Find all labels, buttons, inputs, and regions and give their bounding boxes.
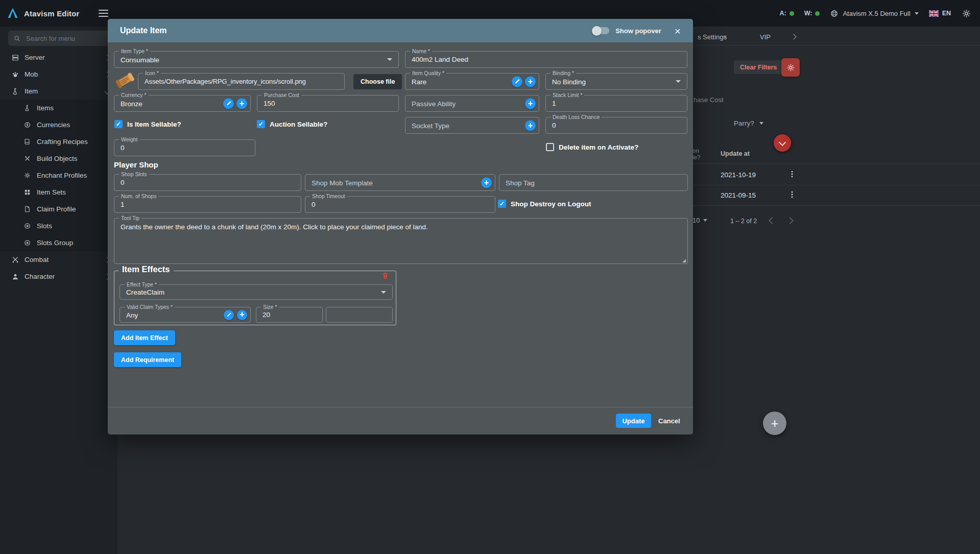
- shop-slots-input[interactable]: [114, 175, 301, 190]
- add-valid-claim-types-button[interactable]: [237, 310, 247, 320]
- row-menu-kebab-icon[interactable]: [787, 190, 797, 199]
- player-shop-section-title: Player Shop: [114, 160, 158, 169]
- sidebar-item-slots-group[interactable]: Slots Group: [0, 234, 117, 251]
- num-of-shops-field[interactable]: Num. of Shops: [114, 196, 301, 213]
- search-input[interactable]: [25, 34, 107, 43]
- sidebar-item-enchant-profiles[interactable]: Enchant Profiles: [0, 167, 117, 184]
- binding-select[interactable]: Binding * No Binding: [545, 73, 687, 90]
- world-status-dot: [815, 11, 820, 16]
- add-shop-mob-template-button[interactable]: [481, 177, 492, 188]
- page-size-select[interactable]: 10: [692, 216, 707, 224]
- recipes-book-icon: [23, 138, 31, 146]
- add-socket-type-button[interactable]: [525, 120, 536, 131]
- checkbox-checked-icon: [498, 200, 506, 208]
- delete-on-activate-checkbox[interactable]: Delete item on Activate?: [546, 143, 638, 151]
- edit-item-quality-button[interactable]: [512, 76, 522, 87]
- stack-limit-input[interactable]: [546, 95, 687, 111]
- item-type-select[interactable]: Item Type * Consumable: [114, 51, 399, 68]
- weight-input[interactable]: [114, 140, 255, 156]
- tab-vip[interactable]: VIP: [760, 33, 771, 41]
- shop-mob-template-field[interactable]: Shop Mob Template: [305, 174, 495, 191]
- language-select[interactable]: EN: [929, 10, 951, 17]
- num-of-shops-input[interactable]: [114, 197, 301, 212]
- auth-status-label: A:: [779, 10, 786, 17]
- currency-field[interactable]: Currency * Bronze: [114, 95, 251, 112]
- row-menu-kebab-icon[interactable]: [787, 170, 797, 179]
- sidebar-item-character[interactable]: Character: [0, 268, 117, 285]
- add-item-effect-button[interactable]: Add Item Effect: [114, 330, 175, 345]
- sidebar-search[interactable]: [8, 31, 112, 46]
- choose-file-button[interactable]: Choose file: [353, 74, 402, 89]
- sidebar-item-currencies[interactable]: Currencies: [0, 116, 117, 133]
- edit-currency-button[interactable]: [223, 98, 234, 109]
- clear-filters-button[interactable]: Clear Filters: [734, 60, 783, 74]
- previous-page-icon[interactable]: [769, 217, 776, 224]
- name-field[interactable]: Name *: [405, 51, 687, 68]
- add-currency-button[interactable]: [236, 98, 247, 109]
- update-button[interactable]: Update: [616, 414, 651, 428]
- is-item-sellable-checkbox[interactable]: Is Item Sellable?: [114, 120, 181, 128]
- shop-slots-field[interactable]: Shop Slots: [114, 174, 301, 191]
- size-field[interactable]: Size *: [256, 307, 323, 323]
- item-quality-field[interactable]: Item Quality * Rare: [405, 73, 539, 90]
- delete-effect-trash-icon[interactable]: [381, 271, 390, 280]
- claim-document-icon: [23, 205, 31, 213]
- sidebar-item-crafting-recipes[interactable]: Crafting Recipes: [0, 133, 117, 150]
- purchase-cost-field[interactable]: Purchase Cost: [257, 95, 399, 112]
- item-submenu: Items Currencies Crafting Recipes Build …: [0, 100, 117, 251]
- add-requirement-button[interactable]: Add Requirement: [114, 352, 181, 367]
- valid-claim-types-field[interactable]: Valid Claim Types * Any: [119, 307, 251, 323]
- socket-type-field[interactable]: Socket Type: [405, 117, 539, 134]
- expand-filters-button[interactable]: [774, 134, 791, 152]
- atavism-logo-icon: [6, 7, 19, 20]
- add-item-quality-button[interactable]: [525, 76, 536, 87]
- combat-swords-icon: [11, 256, 19, 264]
- tool-tip-textarea[interactable]: Grants the owner the deed to a chunk of …: [114, 219, 687, 263]
- parry-filter-select[interactable]: Parry?: [734, 119, 763, 127]
- shop-timeout-field[interactable]: Shop Timeout: [305, 196, 495, 213]
- shop-tag-field[interactable]: Shop Tag: [499, 174, 688, 191]
- sidebar-item-claim-profile[interactable]: Claim Profile: [0, 201, 117, 218]
- tab-scroll-right-icon[interactable]: [791, 34, 796, 39]
- settings-gear-icon[interactable]: [961, 8, 972, 19]
- death-loss-chance-field[interactable]: Death Loss Chance: [545, 117, 687, 134]
- sidebar-item-item[interactable]: Item: [0, 83, 117, 100]
- shop-timeout-input[interactable]: [305, 197, 495, 212]
- name-input[interactable]: [405, 52, 687, 67]
- icon-path-input[interactable]: [138, 74, 344, 89]
- death-loss-chance-input[interactable]: [546, 117, 687, 133]
- weight-field[interactable]: Weight: [114, 139, 255, 156]
- enchant-gear-icon: [23, 172, 31, 179]
- next-page-icon[interactable]: [786, 217, 794, 224]
- cancel-button[interactable]: Cancel: [655, 414, 683, 428]
- add-passive-ability-button[interactable]: [525, 98, 536, 109]
- effect-extra-field[interactable]: [326, 307, 393, 323]
- close-icon[interactable]: [675, 26, 681, 36]
- edit-valid-claim-types-button[interactable]: [224, 310, 234, 320]
- tab-settings[interactable]: s Settings: [698, 33, 727, 41]
- sidebar-item-item-sets[interactable]: Item Sets: [0, 184, 117, 201]
- sidebar-item-slots[interactable]: Slots: [0, 218, 117, 234]
- sidebar-item-mob[interactable]: Mob: [0, 66, 117, 83]
- shop-destroy-on-logout-checkbox[interactable]: Shop Destroy on Logout: [498, 200, 591, 208]
- sidebar-item-build-objects[interactable]: Build Objects: [0, 150, 117, 167]
- menu-toggle-button[interactable]: [99, 10, 108, 19]
- world-select[interactable]: Atavism X.5 Demo Full: [830, 9, 918, 18]
- auction-sellable-checkbox[interactable]: Auction Sellable?: [257, 120, 327, 128]
- sidebar-item-server[interactable]: Server: [0, 49, 117, 66]
- filter-settings-button[interactable]: [781, 58, 800, 77]
- tab-close-icon[interactable]: ×: [723, 33, 727, 41]
- icon-path-field[interactable]: Icon *: [138, 73, 345, 90]
- pencil-icon: [226, 312, 232, 318]
- stack-limit-field[interactable]: Stack Limit *: [545, 95, 687, 112]
- sidebar-item-combat[interactable]: Combat: [0, 251, 117, 268]
- column-header-update-at[interactable]: Update at: [721, 150, 750, 157]
- item-icon-preview: [114, 70, 136, 91]
- show-popover-toggle[interactable]: [593, 27, 609, 34]
- passive-ability-field[interactable]: Passive Ability: [405, 95, 539, 112]
- sidebar-item-items[interactable]: Items: [0, 100, 117, 116]
- purchase-cost-input[interactable]: [257, 95, 398, 111]
- size-input[interactable]: [256, 307, 322, 322]
- effect-type-select[interactable]: Effect Type * CreateClaim: [119, 284, 393, 300]
- add-new-button[interactable]: +: [763, 412, 786, 435]
